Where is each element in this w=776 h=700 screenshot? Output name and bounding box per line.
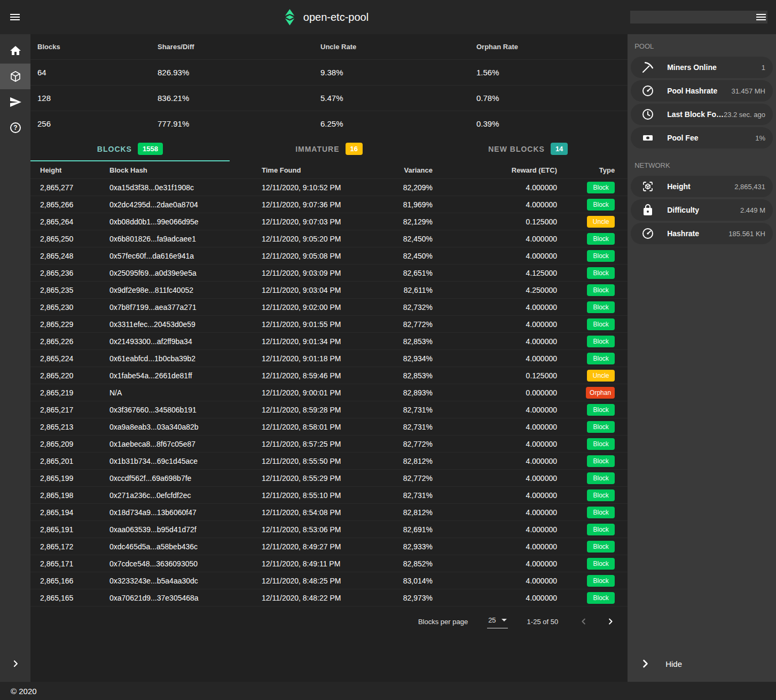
block-variance-cell: 82,651% <box>390 269 433 277</box>
block-variance-cell: 82,772% <box>390 440 433 448</box>
block-hash-cell: N/A <box>109 388 262 397</box>
menu-hamburger-right-icon[interactable] <box>630 11 767 24</box>
block-type-cell: Block <box>557 353 618 364</box>
block-row: 2,865,1710x7cdce548...363609305012/11/20… <box>30 555 628 572</box>
network-item-label: Height <box>667 182 691 191</box>
block-hash-cell: 0xa70621d9...37e305468a <box>109 594 262 602</box>
block-type-chip: Block <box>587 524 615 535</box>
block-type-chip: Block <box>587 318 615 330</box>
block-height-cell: 2,865,166 <box>40 577 109 585</box>
block-type-cell: Block <box>557 421 618 433</box>
left-nav-rail: ? <box>0 34 30 682</box>
block-type-chip: Block <box>587 455 615 467</box>
block-row: 2,865,1910xaa063539...b95d41d72f12/11/20… <box>30 521 628 538</box>
block-time-cell: 12/11/2020, 8:59:46 PM <box>262 371 390 380</box>
block-variance-cell: 83,014% <box>390 577 433 585</box>
block-hash-cell: 0x6b801826...fa9adcaee1 <box>109 235 262 243</box>
sidebar-item-payments[interactable] <box>0 89 30 115</box>
rail-expand-button[interactable] <box>0 651 30 676</box>
col-header-variance: Variance <box>390 166 433 174</box>
block-height-cell: 2,865,217 <box>40 406 109 414</box>
stats-cell-blocks: 64 <box>37 68 158 77</box>
stats-cell-blocks: 256 <box>37 119 158 128</box>
block-reward-cell: 4.000000 <box>433 577 557 585</box>
col-header-reward: Reward (ETC) <box>433 166 557 174</box>
block-time-cell: 12/11/2020, 9:07:03 PM <box>262 217 390 226</box>
sidebar-item-blocks[interactable] <box>0 64 30 89</box>
next-page-button[interactable] <box>604 615 617 628</box>
table-pagination: Blocks per page 25 1-25 of 50 <box>30 606 628 636</box>
page-size-select[interactable]: 25 <box>487 615 507 628</box>
luck-stats-table: Blocks Shares/Diff Uncle Rate Orphan Rat… <box>30 34 628 136</box>
block-hash-cell: 0x2dc4295d...2dae0a8704 <box>109 200 262 209</box>
block-variance-cell: 82,450% <box>390 235 433 243</box>
block-type-cell: Block <box>557 301 618 313</box>
tab-immature[interactable]: IMMATURE 16 <box>230 136 429 161</box>
block-variance-cell: 82,853% <box>390 337 433 346</box>
hide-panel-button[interactable]: Hide <box>628 651 776 676</box>
gauge-icon <box>641 84 654 97</box>
block-hash-cell: 0x25095f69...a0d39e9e5a <box>109 269 262 277</box>
stats-cell-shares_diff: 826.93% <box>158 68 320 77</box>
block-variance-cell: 82,772% <box>390 320 433 329</box>
prev-page-button[interactable] <box>577 615 590 628</box>
block-type-cell: Block <box>557 558 618 570</box>
chevron-right-icon <box>639 657 652 670</box>
block-type-chip: Block <box>587 592 615 604</box>
block-reward-cell: 0.000000 <box>433 388 557 397</box>
block-reward-cell: 4.000000 <box>433 354 557 363</box>
block-time-cell: 12/11/2020, 8:48:22 PM <box>262 594 390 602</box>
block-row: 2,865,2240x61eabfcd...1b0cba39b212/11/20… <box>30 350 628 367</box>
pool-item-label: Miners Online <box>667 63 717 72</box>
sidebar-item-home[interactable] <box>0 38 30 64</box>
blocks-table-body: 2,865,2770xa15d3f38...0e31f1908c12/11/20… <box>30 179 628 606</box>
stats-row: 256777.91%6.25%0.39% <box>30 111 628 136</box>
block-time-cell: 12/11/2020, 8:53:06 PM <box>262 525 390 534</box>
stats-cell-orphan_rate: 0.78% <box>476 94 621 103</box>
cube-icon <box>9 70 22 83</box>
block-height-cell: 2,865,236 <box>40 269 109 277</box>
block-time-cell: 12/11/2020, 9:03:09 PM <box>262 269 390 277</box>
block-time-cell: 12/11/2020, 9:10:52 PM <box>262 183 390 192</box>
menu-hamburger-left-icon[interactable] <box>9 11 21 24</box>
block-type-chip: Block <box>587 489 615 501</box>
block-height-cell: 2,865,172 <box>40 542 109 551</box>
block-type-cell: Block <box>557 524 618 535</box>
app-root: open-etc-pool <box>0 0 776 700</box>
network-item-value: 2.449 M <box>740 206 765 214</box>
block-hash-cell: 0xb08dd0b1...99e066d95e <box>109 217 262 226</box>
block-type-cell: Uncle <box>557 370 618 382</box>
block-height-cell: 2,865,250 <box>40 235 109 243</box>
block-height-cell: 2,865,264 <box>40 217 109 226</box>
block-variance-cell: 82,450% <box>390 252 433 260</box>
pool-hashrate-item: Pool Hashrate 31.457 MH <box>631 80 773 102</box>
block-height-cell: 2,865,226 <box>40 337 109 346</box>
block-hash-cell: 0x271a236c...0efcfdf2ec <box>109 491 262 500</box>
block-reward-cell: 0.125000 <box>433 217 557 226</box>
pickaxe-icon <box>641 61 654 74</box>
block-reward-cell: 4.125000 <box>433 269 557 277</box>
block-height-cell: 2,865,248 <box>40 252 109 260</box>
sidebar-item-help[interactable]: ? <box>0 115 30 141</box>
block-height-cell: 2,865,235 <box>40 286 109 294</box>
block-time-cell: 12/11/2020, 9:05:20 PM <box>262 235 390 243</box>
tab-new-blocks[interactable]: NEW BLOCKS 14 <box>428 136 628 161</box>
network-height-item: Height 2,865,431 <box>631 176 773 197</box>
tab-blocks[interactable]: BLOCKS 1558 <box>30 136 230 161</box>
stats-cell-shares_diff: 836.21% <box>158 94 320 103</box>
pool-item-label: Last Block Fo… <box>667 110 724 119</box>
block-variance-cell: 82,732% <box>390 303 433 312</box>
block-height-cell: 2,865,220 <box>40 371 109 380</box>
svg-text:?: ? <box>13 124 17 131</box>
block-row: 2,865,219N/A12/11/2020, 9:00:01 PM82,893… <box>30 384 628 401</box>
block-reward-cell: 4.000000 <box>433 525 557 534</box>
tab-immature-count-badge: 16 <box>346 143 363 155</box>
block-type-chip: Uncle <box>587 216 615 228</box>
block-time-cell: 12/11/2020, 8:49:27 PM <box>262 542 390 551</box>
block-row: 2,865,2640xb08dd0b1...99e066d95e12/11/20… <box>30 213 628 230</box>
block-height-cell: 2,865,194 <box>40 508 109 517</box>
block-height-cell: 2,865,165 <box>40 594 109 602</box>
block-type-chip: Block <box>587 575 615 587</box>
stats-cell-shares_diff: 777.91% <box>158 119 320 128</box>
block-height-cell: 2,865,229 <box>40 320 109 329</box>
